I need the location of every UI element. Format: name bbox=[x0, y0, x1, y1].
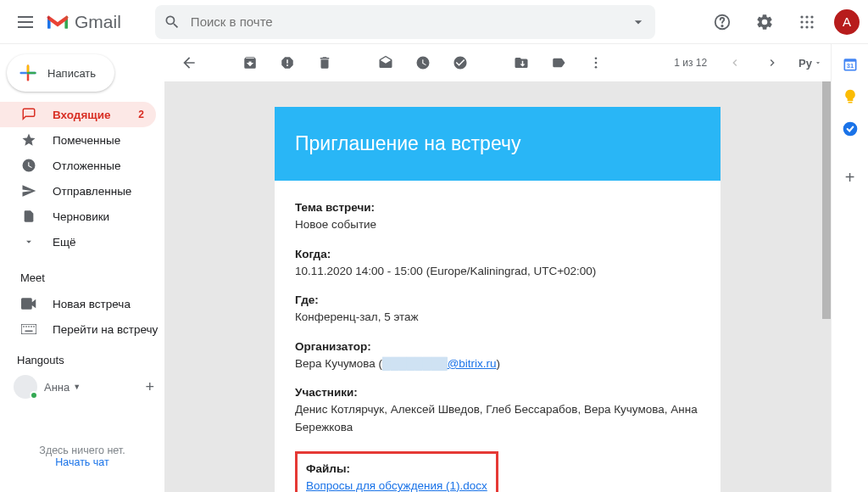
compose-button[interactable]: Написать bbox=[7, 54, 114, 92]
draft-icon bbox=[20, 209, 37, 224]
delete-button[interactable] bbox=[309, 47, 341, 79]
svg-text:31: 31 bbox=[846, 62, 853, 70]
files-label: Файлы: bbox=[306, 461, 487, 478]
account-avatar[interactable]: A bbox=[834, 9, 860, 35]
nav-label: Ещё bbox=[53, 236, 76, 249]
keep-app-icon[interactable] bbox=[842, 88, 859, 105]
search-bar[interactable] bbox=[155, 5, 655, 39]
sidebar-item-sent[interactable]: Отправленные bbox=[0, 178, 156, 204]
message-card: Приглашение на встречу Тема встречи: Нов… bbox=[275, 107, 721, 492]
svg-rect-18 bbox=[28, 326, 30, 327]
hangouts-empty-text: Здесь ничего нет. bbox=[0, 444, 164, 456]
report-spam-button[interactable] bbox=[271, 47, 303, 79]
meet-section-title: Meet bbox=[0, 254, 164, 291]
search-options-icon[interactable] bbox=[630, 14, 647, 31]
message-viewport: Приглашение на встречу Тема встречи: Нов… bbox=[164, 81, 831, 492]
svg-point-23 bbox=[595, 62, 598, 64]
move-to-button[interactable] bbox=[505, 47, 537, 79]
archive-button[interactable] bbox=[234, 47, 266, 79]
when-block: Когда: 10.11.2020 14:00 - 15:00 (Europe/… bbox=[295, 246, 700, 281]
svg-point-10 bbox=[805, 20, 808, 23]
sidebar: Написать Входящие 2 Помеченные Отложенны… bbox=[0, 44, 164, 492]
back-button[interactable] bbox=[173, 47, 205, 79]
nav-label: Входящие bbox=[53, 109, 110, 121]
sidebar-item-starred[interactable]: Помеченные bbox=[0, 127, 156, 153]
svg-point-12 bbox=[800, 25, 803, 28]
sidebar-item-more[interactable]: Ещё bbox=[0, 229, 156, 254]
hangouts-user-row[interactable]: Анна ▼ + bbox=[0, 370, 164, 399]
scrollbar-thumb[interactable] bbox=[822, 81, 831, 319]
chevron-down-icon[interactable]: ▼ bbox=[73, 383, 81, 391]
content: 1 из 12 Ру Приглашение на встречу Тема в… bbox=[164, 44, 831, 492]
nav-label: Черновики bbox=[53, 210, 109, 223]
hangouts-username: Анна bbox=[44, 381, 70, 394]
participants-value: Денис Котлярчук, Алексей Шведов, Глеб Бе… bbox=[295, 401, 700, 436]
svg-point-6 bbox=[800, 15, 803, 18]
add-to-tasks-button[interactable] bbox=[444, 47, 476, 79]
svg-point-9 bbox=[800, 20, 803, 23]
when-label: Когда: bbox=[295, 246, 700, 263]
sidebar-item-inbox[interactable]: Входящие 2 bbox=[0, 102, 156, 127]
organizer-email-link[interactable]: @bitrix.ru bbox=[448, 357, 497, 370]
organizer-value: Вера Кучумова (████████@bitrix.ru) bbox=[295, 355, 700, 372]
nav-label: Отложенные bbox=[53, 159, 120, 172]
mark-unread-button[interactable] bbox=[370, 47, 402, 79]
labels-button[interactable] bbox=[542, 47, 575, 79]
header: Gmail A bbox=[0, 0, 868, 44]
meet-label: Новая встреча bbox=[53, 298, 131, 310]
keyboard-icon bbox=[20, 324, 37, 334]
sidebar-item-drafts[interactable]: Черновики bbox=[0, 204, 156, 229]
files-highlight-box: Файлы: Вопросы для обсуждения (1).docx bbox=[295, 451, 498, 492]
tasks-app-icon[interactable] bbox=[842, 120, 859, 137]
topic-value: Новое событие bbox=[295, 216, 700, 233]
meet-join-meeting[interactable]: Перейти на встречу bbox=[0, 316, 164, 342]
search-input[interactable] bbox=[191, 14, 630, 29]
svg-rect-20 bbox=[33, 326, 35, 327]
scrollbar-track[interactable] bbox=[822, 81, 831, 492]
sidebar-item-snoozed[interactable]: Отложенные bbox=[0, 153, 156, 178]
chevron-down-icon bbox=[20, 236, 37, 248]
hangouts-add-button[interactable]: + bbox=[145, 378, 154, 396]
status-online-icon bbox=[30, 391, 38, 400]
organizer-label: Организатор: bbox=[295, 338, 700, 355]
settings-icon[interactable] bbox=[749, 7, 780, 37]
svg-rect-16 bbox=[23, 326, 25, 327]
hamburger-menu-icon[interactable] bbox=[8, 5, 42, 39]
hangouts-avatar bbox=[14, 375, 37, 399]
file-attachment-link[interactable]: Вопросы для обсуждения (1).docx bbox=[306, 479, 487, 492]
compose-label: Написать bbox=[47, 67, 96, 80]
nav-label: Отправленные bbox=[53, 185, 131, 198]
snooze-button[interactable] bbox=[407, 47, 439, 79]
svg-rect-21 bbox=[25, 331, 33, 333]
organizer-email-masked: ████████ bbox=[382, 357, 448, 370]
clock-icon bbox=[20, 158, 37, 173]
topic-block: Тема встречи: Новое событие bbox=[295, 199, 700, 234]
apps-grid-icon[interactable] bbox=[792, 7, 822, 37]
participants-block: Участники: Денис Котлярчук, Алексей Швед… bbox=[295, 384, 700, 436]
side-panel-add-button[interactable]: + bbox=[845, 168, 855, 187]
svg-rect-17 bbox=[25, 326, 27, 327]
prev-button[interactable] bbox=[719, 47, 751, 79]
main-area: Написать Входящие 2 Помеченные Отложенны… bbox=[0, 44, 868, 492]
help-icon[interactable] bbox=[707, 7, 737, 37]
where-block: Где: Конференц-зал, 5 этаж bbox=[295, 292, 700, 327]
nav-count: 2 bbox=[138, 109, 144, 120]
svg-point-7 bbox=[805, 15, 808, 18]
more-button[interactable] bbox=[580, 47, 612, 79]
organizer-block: Организатор: Вера Кучумова (████████@bit… bbox=[295, 338, 700, 373]
gmail-logo[interactable]: Gmail bbox=[46, 12, 121, 32]
meet-new-meeting[interactable]: Новая встреча bbox=[0, 291, 164, 316]
svg-point-8 bbox=[810, 15, 813, 18]
svg-rect-28 bbox=[848, 102, 852, 103]
svg-point-5 bbox=[721, 25, 722, 25]
star-icon bbox=[20, 132, 37, 148]
input-language-button[interactable]: Ру bbox=[798, 57, 822, 70]
send-icon bbox=[20, 183, 37, 198]
svg-point-11 bbox=[810, 20, 813, 23]
when-value: 10.11.2020 14:00 - 15:00 (Europe/Kalinin… bbox=[295, 263, 700, 280]
hangouts-start-chat-link[interactable]: Начать чат bbox=[0, 456, 164, 468]
calendar-app-icon[interactable]: 31 bbox=[842, 56, 859, 73]
video-icon bbox=[20, 298, 37, 310]
compose-plus-icon bbox=[15, 60, 41, 86]
next-button[interactable] bbox=[756, 47, 788, 79]
